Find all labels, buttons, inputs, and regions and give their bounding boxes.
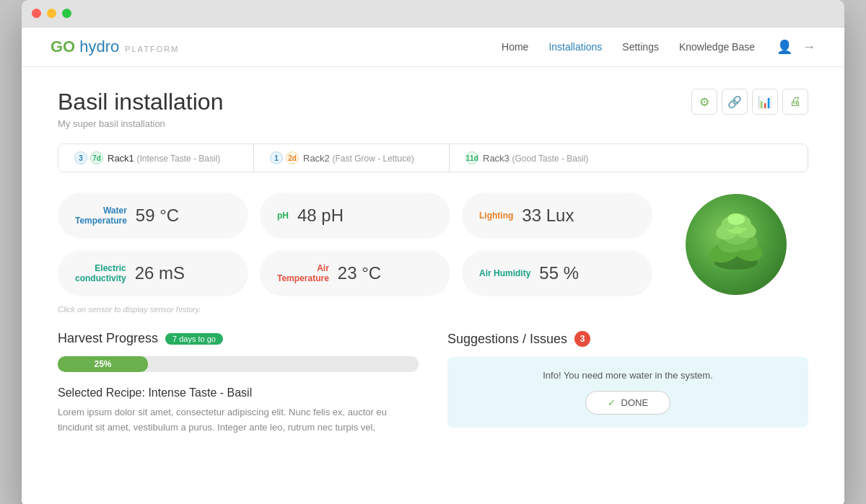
tab-rack2[interactable]: 1 2d Rack2 (Fast Grow - Lettuce) xyxy=(254,144,450,172)
bottom-grid: Harvest Progress 7 days to go 25% Select… xyxy=(58,331,808,436)
title-bar xyxy=(22,0,844,27)
sensor-ph[interactable]: pH 48 pH xyxy=(260,193,450,239)
sensor-ah-label: Air Humidity xyxy=(479,268,530,278)
recipe-text: Lorem ipsum dolor sit amet, consectetur … xyxy=(58,405,419,436)
sensor-ah-value: 55 % xyxy=(539,263,579,283)
svg-point-11 xyxy=(727,213,745,225)
sensor-electric-conductivity[interactable]: Electricconductivity 26 mS xyxy=(58,250,248,296)
sensor-lighting-label: Lighting xyxy=(479,211,513,221)
suggestion-card: Info! You need more water in the system.… xyxy=(447,357,808,428)
plant-circle xyxy=(686,194,787,295)
recipe-title: Selected Recipe: Intense Taste - Basil xyxy=(58,386,419,399)
settings-action-btn[interactable]: ⚙ xyxy=(691,89,717,115)
minimize-button[interactable] xyxy=(47,9,56,18)
logo-platform: PLATFORM xyxy=(125,45,179,53)
rack2-badge-2d: 2d xyxy=(286,151,299,164)
rack3-label: Rack3 (Good Taste - Basil) xyxy=(483,153,588,164)
nav-installations[interactable]: Installations xyxy=(548,41,602,53)
harvest-section: Harvest Progress 7 days to go 25% Select… xyxy=(58,331,419,436)
sensor-hint: Click on sensor to display sensor histor… xyxy=(58,305,808,314)
user-icon[interactable]: 👤 xyxy=(777,39,792,55)
logout-icon[interactable]: → xyxy=(802,40,815,55)
plant-svg xyxy=(693,201,779,288)
sensors-grid: WaterTemperature 59 °C pH 48 pH Lighting… xyxy=(58,193,808,296)
action-buttons: ⚙ 🔗 📊 🖨 xyxy=(691,89,808,115)
rack3-badges: 11d xyxy=(465,151,478,164)
rack1-label: Rack1 (Intense Taste - Basil) xyxy=(108,153,220,164)
rack2-badges: 1 2d xyxy=(270,151,299,164)
done-label: DONE xyxy=(621,397,649,408)
rack1-badge-7d: 7d xyxy=(90,151,103,164)
page-header: Basil installation My super basil instal… xyxy=(58,89,808,129)
rack-tabs: 3 7d Rack1 (Intense Taste - Basil) 1 2d … xyxy=(58,143,808,172)
sensor-air-temp-label: AirTemperature xyxy=(277,263,329,283)
sensor-water-temp-label: WaterTemperature xyxy=(75,205,127,226)
page-title: Basil installation xyxy=(58,89,223,115)
logo-go: GO xyxy=(51,37,75,56)
issues-count-badge: 3 xyxy=(574,331,590,347)
suggestions-title: Suggestions / Issues 3 xyxy=(447,331,808,347)
maximize-button[interactable] xyxy=(62,9,71,18)
nav-icons: 👤 → xyxy=(777,39,815,55)
tab-rack1[interactable]: 3 7d Rack1 (Intense Taste - Basil) xyxy=(58,144,254,172)
sensor-lighting-value: 33 Lux xyxy=(522,205,574,226)
sensor-ec-label: Electricconductivity xyxy=(75,263,126,283)
page-title-section: Basil installation My super basil instal… xyxy=(58,89,223,129)
tab-rack3[interactable]: 11d Rack3 (Good Taste - Basil) xyxy=(450,144,808,172)
navbar: GOhydro PLATFORM Home Installations Sett… xyxy=(22,27,844,67)
sensor-air-temperature[interactable]: AirTemperature 23 °C xyxy=(260,250,450,296)
progress-label: 25% xyxy=(94,359,111,369)
page-subtitle: My super basil installation xyxy=(58,118,223,129)
done-button[interactable]: ✓ DONE xyxy=(585,391,670,415)
close-button[interactable] xyxy=(32,9,41,18)
logo: GOhydro PLATFORM xyxy=(51,37,179,56)
progress-bar-fill: 25% xyxy=(58,356,148,372)
logo-hydro: hydro xyxy=(79,37,119,56)
chart-action-btn[interactable]: 📊 xyxy=(752,89,778,115)
rack2-label: Rack2 (Fast Grow - Lettuce) xyxy=(303,153,414,164)
sensor-water-temperature[interactable]: WaterTemperature 59 °C xyxy=(58,193,248,239)
suggestions-section: Suggestions / Issues 3 Info! You need mo… xyxy=(447,331,808,436)
days-to-go-badge: 7 days to go xyxy=(165,333,223,345)
suggestion-text: Info! You need more water in the system. xyxy=(462,370,794,381)
checkmark-icon: ✓ xyxy=(608,397,616,408)
progress-bar-container: 25% xyxy=(58,356,419,372)
rack1-badge-3: 3 xyxy=(74,151,87,164)
nav-knowledge-base[interactable]: Knowledge Base xyxy=(679,41,755,53)
app-window: GOhydro PLATFORM Home Installations Sett… xyxy=(22,0,844,504)
nav-links: Home Installations Settings Knowledge Ba… xyxy=(502,41,755,53)
rack2-badge-1: 1 xyxy=(270,151,283,164)
sensor-ec-value: 26 mS xyxy=(135,263,185,283)
rack1-badges: 3 7d xyxy=(74,151,103,164)
main-content: Basil installation My super basil instal… xyxy=(22,67,844,504)
nav-home[interactable]: Home xyxy=(502,41,528,53)
link-action-btn[interactable]: 🔗 xyxy=(722,89,748,115)
sensor-water-temp-value: 59 °C xyxy=(136,205,179,226)
rack3-badge-11d: 11d xyxy=(465,151,478,164)
sensor-lighting[interactable]: Lighting 33 Lux xyxy=(462,193,652,239)
sensor-air-humidity[interactable]: Air Humidity 55 % xyxy=(462,250,652,296)
sensor-air-temp-value: 23 °C xyxy=(338,263,381,283)
sensor-ph-value: 48 pH xyxy=(297,205,344,226)
nav-settings[interactable]: Settings xyxy=(622,41,659,53)
sensor-ph-label: pH xyxy=(277,211,289,221)
print-action-btn[interactable]: 🖨 xyxy=(782,89,808,115)
harvest-title: Harvest Progress 7 days to go xyxy=(58,331,419,346)
plant-image xyxy=(664,193,808,296)
